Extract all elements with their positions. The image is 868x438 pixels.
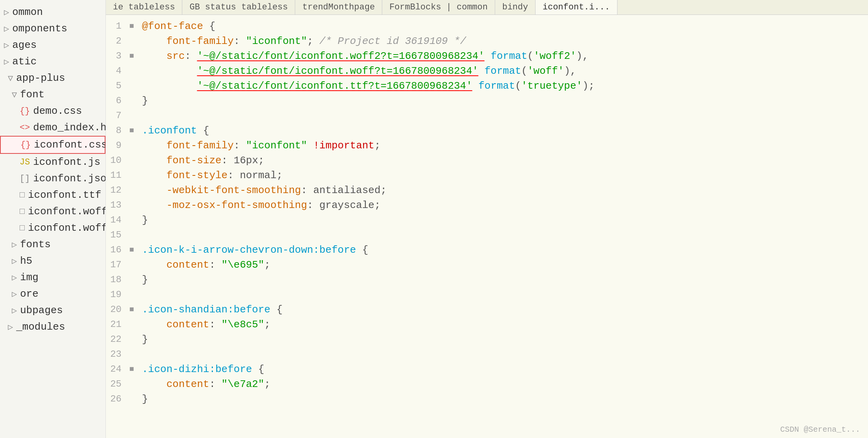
sidebar-item-iconfont-woff[interactable]: □ iconfont.woff [0,203,105,220]
sidebar-label-iconfont-ttf: iconfont.ttf [28,189,101,201]
code-line-2: 2 font-family: "iconfont"; /* Project id… [106,34,868,49]
code-content: @font-face { [140,19,868,34]
code-content: .icon-dizhi:before { [140,362,868,377]
fold-icon[interactable]: ■ [129,19,140,34]
tab-iconfont[interactable]: iconfont.i... [536,0,617,15]
line-number: 26 [106,392,129,407]
fold-icon[interactable]: ■ [129,362,140,377]
sidebar-item-demo-html[interactable]: <> demo_index.html [0,119,105,136]
sidebar-label-modules: _modules [16,321,65,333]
code-line-10: 10 font-size: 16px; [106,153,868,168]
main-content: ie tableless GB status tableless trendMo… [106,0,868,438]
line-number: 20 [106,302,129,317]
sidebar-item-iconfont-json[interactable]: [] iconfont.json [0,170,105,187]
sidebar-label-iconfont-json: iconfont.json [33,173,106,184]
line-number: 7 [106,108,129,123]
tab-formblocks[interactable]: FormBlocks | common [382,0,495,15]
sidebar-item-h5[interactable]: ▷ h5 [0,253,105,269]
sidebar-item-font[interactable]: ▽ font [0,86,105,103]
line-number: 17 [106,257,129,272]
code-content: } [140,332,868,347]
sidebar-item-ore[interactable]: ▷ ore [0,286,105,302]
code-content: .iconfont { [140,123,868,138]
code-content: content: "\e7a2"; [140,377,868,392]
code-line-1: 1 ■ @font-face { [106,19,868,34]
code-editor[interactable]: 1 ■ @font-face { 2 font-family: "iconfon… [106,15,868,438]
tab-tableless[interactable]: ie tableless [106,0,182,15]
tab-label: trendMonthpage [302,2,375,12]
code-line-12: 12 -webkit-font-smoothing: antialiased; [106,183,868,198]
sidebar-item-fonts[interactable]: ▷ fonts [0,236,105,253]
line-number: 15 [106,228,129,243]
line-number: 10 [106,153,129,168]
code-content: '~@/static/font/iconfont.woff?t=16678009… [140,64,868,78]
sidebar-label-iconfont-css: iconfont.css [34,139,106,151]
tab-bindy[interactable]: bindy [495,0,536,15]
sidebar-item-img[interactable]: ▷ img [0,269,105,286]
sidebar-label-img: img [20,272,38,283]
sidebar-label-demo-html: demo_index.html [33,122,106,133]
sidebar-item-app-plus[interactable]: ▽ app-plus [0,70,105,86]
line-number: 13 [106,198,129,213]
sidebar-item-pages[interactable]: ▷ ages [0,37,105,53]
sidebar-item-iconfont-css[interactable]: {} iconfont.css [0,136,105,154]
code-content: font-style: normal; [140,168,868,183]
code-content: } [140,392,868,407]
sidebar-item-ubpages[interactable]: ▷ ubpages [0,302,105,319]
json-file-icon: [] [20,174,30,184]
line-number: 5 [106,78,129,93]
sidebar-item-iconfont-js[interactable]: JS iconfont.js [0,154,105,170]
css-file-icon: {} [20,106,30,116]
tab-trend[interactable]: trendMonthpage [295,0,382,15]
line-number: 18 [106,272,129,287]
code-content: -webkit-font-smoothing: antialiased; [140,183,868,198]
sidebar-item-demo-css[interactable]: {} demo.css [0,103,105,119]
font-file-icon: □ [20,207,25,217]
fold-icon[interactable]: ■ [129,243,140,257]
code-line-5: 5 '~@/static/font/iconfont.ttf?t=1667800… [106,78,868,93]
html-file-icon: <> [20,123,30,133]
sidebar-item-common[interactable]: ▷ ommon [0,4,105,20]
sidebar-label-ubpages: ubpages [20,305,63,316]
sidebar-label-fonts: fonts [20,239,51,250]
sidebar-label-font: font [20,89,44,100]
fold-icon[interactable]: ■ [129,49,140,64]
fold-icon[interactable]: ■ [129,302,140,317]
font-file-icon: □ [20,190,25,200]
code-line-6: 6 } [106,93,868,108]
sidebar-item-modules[interactable]: ▷ _modules [0,319,105,335]
line-number: 22 [106,332,129,347]
folder-icon: ▷ [12,305,17,316]
code-content: src: '~@/static/font/iconfont.woff2?t=16… [140,49,868,64]
line-number: 6 [106,93,129,108]
sidebar-label-pages: ages [12,39,36,51]
code-line-18: 18 } [106,272,868,287]
code-content: } [140,213,868,228]
fold-icon[interactable]: ■ [129,123,140,138]
sidebar-label-iconfont-woff2: iconfont.woff2 [28,222,106,234]
code-line-8: 8 ■ .iconfont { [106,123,868,138]
folder-icon: ▷ [4,24,9,34]
code-content: } [140,272,868,287]
tab-gb-status[interactable]: GB status tableless [182,0,295,15]
line-number: 12 [106,183,129,198]
code-line-21: 21 content: "\e8c5"; [106,317,868,332]
tab-label: FormBlocks | common [389,2,488,12]
line-number: 24 [106,362,129,377]
line-number: 23 [106,347,129,362]
sidebar-label-ore: ore [20,288,38,300]
code-line-22: 22 } [106,332,868,347]
sidebar-item-components[interactable]: ▷ omponents [0,20,105,37]
sidebar-label-iconfont-woff: iconfont.woff [28,206,106,217]
sidebar-label-iconfont-js: iconfont.js [33,156,100,168]
sidebar-item-iconfont-ttf[interactable]: □ iconfont.ttf [0,187,105,203]
code-line-7: 7 [106,108,868,123]
code-line-13: 13 -moz-osx-font-smoothing: grayscale; [106,198,868,213]
code-line-16: 16 ■ .icon-k-i-arrow-chevron-down:before… [106,243,868,257]
code-content: '~@/static/font/iconfont.ttf?t=166780096… [140,78,868,93]
line-number: 21 [106,317,129,332]
sidebar-item-static[interactable]: ▷ atic [0,53,105,70]
sidebar-item-iconfont-woff2[interactable]: □ iconfont.woff2 [0,220,105,236]
folder-icon: ▷ [12,272,17,283]
sidebar-label-static: atic [12,56,36,68]
